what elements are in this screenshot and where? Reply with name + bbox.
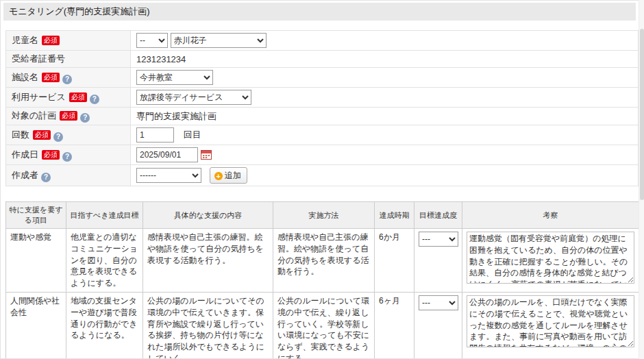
help-icon[interactable]: ? (62, 75, 72, 84)
table-row: 運動や感覚 他児童との適切なコミュニケーションを図り、自分の意見を表現できるよう… (6, 229, 639, 293)
cell-method: 公共のルールについて環境の中で伝え、繰り返し行っていく。学校等新しい環境になって… (273, 292, 375, 359)
count-input[interactable] (136, 127, 174, 143)
child-name-label-cell: 児童名必須 (6, 31, 131, 51)
form-row-child-name: 児童名必須 -- 赤川花子 (6, 31, 639, 51)
cell-goal: 他児童との適切なコミュニケーションを図り、自分の意見を表現できるようにする。 (66, 229, 143, 293)
cell-consideration: 公共の場のルールを、口頭だけでなく実際にその場で伝えることで、視覚や聴覚といった… (462, 292, 639, 359)
required-badge: 必須 (42, 73, 60, 82)
count-suffix: 回目 (184, 129, 201, 140)
author-label-cell: 作成者? (6, 165, 131, 186)
achievement-select[interactable]: --- (419, 295, 458, 310)
required-badge: 必須 (42, 150, 60, 160)
cell-item: 運動や感覚 (6, 229, 66, 293)
table-row: 人間関係や社会性 地域の支援センターや遊び場で普段通りの行動ができるようになる。… (6, 292, 639, 359)
target-plan-label-cell: 対象の計画必須? (6, 108, 131, 125)
count-value-cell: 回目 (131, 125, 639, 145)
service-select[interactable]: 放課後等デイサービス (136, 90, 251, 105)
col-header-achievement: 目標達成度 (414, 202, 462, 229)
child-name-select[interactable]: 赤川花子 (171, 33, 267, 48)
cell-consideration: 運動感覚（固有受容覚や前庭覚）の処理に困難を抱えているため、自分の体の位置や動き… (462, 229, 639, 293)
required-badge: 必須 (60, 111, 77, 121)
required-badge: 必須 (33, 130, 51, 140)
help-icon[interactable]: ? (62, 152, 72, 162)
form-row-count: 回数必須? 回目 (6, 125, 639, 145)
help-icon[interactable]: ? (90, 95, 99, 104)
achievement-select[interactable]: --- (419, 232, 458, 247)
cell-support: 公共の場のルールについてその環境の中で伝えていきます。保育所や施設で繰り返し行っ… (143, 292, 273, 359)
calendar-icon[interactable] (201, 149, 212, 162)
cell-goal: 地域の支援センターや遊び場で普段通りの行動ができるようになる。 (66, 292, 143, 359)
child-name-label: 児童名 (12, 35, 38, 45)
consideration-textarea[interactable]: 運動感覚（固有受容覚や前庭覚）の処理に困難を抱えているため、自分の体の位置や動き… (467, 232, 634, 284)
cell-achievement: --- (414, 292, 462, 359)
col-header-period: 達成時期 (375, 202, 414, 229)
help-icon[interactable]: ? (41, 173, 51, 182)
target-plan-label: 対象の計画 (12, 110, 56, 121)
facility-label-cell: 施設名必須? (6, 68, 131, 88)
cell-support: 感情表現や自己主張の練習。絵や物語を使って自分の気持ちを表現する活動を行う。 (143, 229, 273, 293)
facility-value-cell: 今井教室 (131, 68, 639, 88)
page-title: モニタリング(専門的支援実施計画) (3, 3, 636, 21)
required-badge: 必須 (42, 36, 60, 45)
table-header-row: 特に支援を要する項目 目指すべき達成目標 具体的な支援の内容 実施方法 達成時期… (6, 202, 639, 229)
form-row-service: 利用サービス必須? 放課後等デイサービス (6, 88, 639, 108)
required-badge: 必須 (69, 92, 87, 102)
add-button-label: 追加 (225, 171, 241, 180)
consideration-textarea[interactable]: 公共の場のルールを、口頭だけでなく実際にその場で伝えることで、視覚や聴覚といった… (467, 295, 634, 347)
form-row-created-date: 作成日必須? (6, 145, 639, 165)
page-scrollbar[interactable] (639, 0, 644, 359)
monitoring-form: 児童名必須 -- 赤川花子 受給者証番号 1231231234 施設名必須? 今… (5, 30, 639, 186)
child-prefix-select[interactable]: -- (136, 33, 168, 48)
recipient-no-label-cell: 受給者証番号 (6, 51, 131, 68)
page-scrollbar-thumb[interactable] (640, 29, 644, 200)
created-date-label-cell: 作成日必須? (6, 145, 131, 165)
cell-item: 人間関係や社会性 (6, 292, 66, 359)
service-label-cell: 利用サービス必須? (6, 88, 131, 108)
help-icon[interactable]: ? (80, 113, 90, 123)
author-label: 作成者 (12, 170, 38, 180)
child-name-value-cell: -- 赤川花子 (131, 31, 639, 51)
form-row-author: 作成者? ------ +追加 (6, 165, 639, 186)
author-value-cell: ------ +追加 (131, 165, 639, 186)
recipient-no-value: 1231231234 (131, 51, 639, 68)
count-label: 回数 (12, 129, 29, 140)
form-row-recipient-no: 受給者証番号 1231231234 (6, 51, 639, 68)
count-label-cell: 回数必須? (6, 125, 131, 145)
cell-achievement: --- (414, 229, 462, 293)
col-header-item: 特に支援を要する項目 (6, 202, 66, 229)
col-header-method: 実施方法 (273, 202, 375, 229)
date-input[interactable] (136, 147, 198, 162)
col-header-goal: 目指すべき達成目標 (66, 202, 143, 229)
author-select[interactable]: ------ (136, 168, 201, 183)
monitoring-table: 特に支援を要する項目 目指すべき達成目標 具体的な支援の内容 実施方法 達成時期… (5, 201, 639, 359)
plus-icon: + (214, 172, 223, 180)
help-icon[interactable]: ? (53, 132, 63, 142)
facility-label: 施設名 (12, 72, 38, 82)
form-row-facility: 施設名必須? 今井教室 (6, 68, 639, 88)
col-header-support: 具体的な支援の内容 (143, 202, 273, 229)
add-author-button[interactable]: +追加 (210, 167, 247, 184)
cell-period: 6ヶ月 (375, 292, 414, 359)
col-header-consideration: 考察 (462, 202, 639, 229)
service-value-cell: 放課後等デイサービス (131, 88, 639, 108)
created-date-value-cell (131, 145, 639, 165)
form-row-target-plan: 対象の計画必須? 専門的支援実施計画 (6, 108, 639, 125)
recipient-no-label: 受給者証番号 (12, 53, 65, 64)
facility-select[interactable]: 今井教室 (136, 70, 213, 85)
cell-period: 6か月 (375, 229, 414, 293)
cell-method: 感情表現や自己主張の練習。絵や物語を使って自分の気持ちを表現する活動を行う。 (273, 229, 375, 293)
created-date-label: 作成日 (12, 149, 38, 160)
service-label: 利用サービス (12, 92, 66, 102)
target-plan-value: 専門的支援実施計画 (131, 108, 639, 125)
